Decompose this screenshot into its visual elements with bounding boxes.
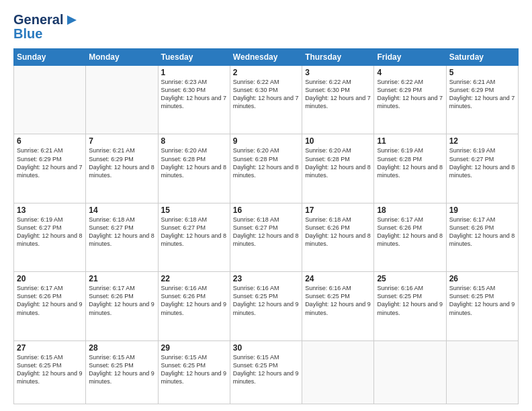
day-info: Sunrise: 6:19 AM Sunset: 6:27 PM Dayligh… xyxy=(17,216,83,248)
calendar-cell: 30Sunrise: 6:15 AM Sunset: 6:25 PM Dayli… xyxy=(230,340,302,404)
day-info: Sunrise: 6:21 AM Sunset: 6:29 PM Dayligh… xyxy=(17,146,83,179)
day-info: Sunrise: 6:22 AM Sunset: 6:29 PM Dayligh… xyxy=(377,78,443,111)
day-info: Sunrise: 6:20 AM Sunset: 6:28 PM Dayligh… xyxy=(305,146,371,179)
calendar-cell: 28Sunrise: 6:15 AM Sunset: 6:25 PM Dayli… xyxy=(86,340,158,404)
day-info: Sunrise: 6:15 AM Sunset: 6:25 PM Dayligh… xyxy=(161,353,227,386)
calendar-week-row: 6Sunrise: 6:21 AM Sunset: 6:29 PM Daylig… xyxy=(14,134,519,203)
day-info: Sunrise: 6:18 AM Sunset: 6:27 PM Dayligh… xyxy=(89,216,154,248)
calendar-week-row: 13Sunrise: 6:19 AM Sunset: 6:27 PM Dayli… xyxy=(14,203,519,271)
calendar-cell: 12Sunrise: 6:19 AM Sunset: 6:27 PM Dayli… xyxy=(446,134,518,203)
day-number: 4 xyxy=(377,68,443,77)
calendar-header-wednesday: Wednesday xyxy=(230,49,302,66)
day-number: 24 xyxy=(305,274,371,283)
day-info: Sunrise: 6:16 AM Sunset: 6:26 PM Dayligh… xyxy=(161,284,227,317)
day-info: Sunrise: 6:19 AM Sunset: 6:27 PM Dayligh… xyxy=(449,146,515,179)
day-number: 27 xyxy=(17,343,83,353)
day-info: Sunrise: 6:15 AM Sunset: 6:25 PM Dayligh… xyxy=(89,353,154,386)
day-number: 19 xyxy=(449,205,515,215)
logo-arrow-icon xyxy=(64,13,79,28)
day-info: Sunrise: 6:20 AM Sunset: 6:28 PM Dayligh… xyxy=(161,146,227,179)
calendar-cell xyxy=(14,66,86,134)
calendar-cell: 25Sunrise: 6:16 AM Sunset: 6:25 PM Dayli… xyxy=(374,272,446,340)
calendar-header-thursday: Thursday xyxy=(302,49,374,66)
calendar-cell: 1Sunrise: 6:23 AM Sunset: 6:30 PM Daylig… xyxy=(158,66,230,134)
svg-marker-0 xyxy=(67,15,77,25)
calendar-cell: 19Sunrise: 6:17 AM Sunset: 6:26 PM Dayli… xyxy=(446,203,518,271)
calendar-cell: 29Sunrise: 6:15 AM Sunset: 6:25 PM Dayli… xyxy=(158,340,230,404)
day-number: 18 xyxy=(377,205,443,215)
calendar-header-sunday: Sunday xyxy=(14,49,86,66)
day-info: Sunrise: 6:15 AM Sunset: 6:25 PM Dayligh… xyxy=(17,353,83,386)
calendar-cell: 10Sunrise: 6:20 AM Sunset: 6:28 PM Dayli… xyxy=(302,134,374,203)
day-number: 21 xyxy=(89,274,154,283)
day-info: Sunrise: 6:17 AM Sunset: 6:26 PM Dayligh… xyxy=(449,216,515,248)
calendar-cell: 8Sunrise: 6:20 AM Sunset: 6:28 PM Daylig… xyxy=(158,134,230,203)
day-info: Sunrise: 6:22 AM Sunset: 6:30 PM Dayligh… xyxy=(233,78,299,111)
day-number: 23 xyxy=(233,274,299,283)
calendar-cell: 6Sunrise: 6:21 AM Sunset: 6:29 PM Daylig… xyxy=(14,134,86,203)
calendar-header-saturday: Saturday xyxy=(446,49,518,66)
day-info: Sunrise: 6:20 AM Sunset: 6:28 PM Dayligh… xyxy=(233,146,299,179)
day-number: 15 xyxy=(161,205,227,215)
calendar-header-row: SundayMondayTuesdayWednesdayThursdayFrid… xyxy=(14,49,519,66)
page: General Blue SundayMondayTuesdayWednesda… xyxy=(0,0,532,411)
calendar-week-row: 27Sunrise: 6:15 AM Sunset: 6:25 PM Dayli… xyxy=(14,340,519,404)
calendar-cell: 23Sunrise: 6:16 AM Sunset: 6:25 PM Dayli… xyxy=(230,272,302,340)
day-number: 11 xyxy=(377,136,443,146)
calendar-cell: 11Sunrise: 6:19 AM Sunset: 6:28 PM Dayli… xyxy=(374,134,446,203)
calendar-header-monday: Monday xyxy=(86,49,158,66)
calendar-cell xyxy=(302,340,374,404)
calendar-cell: 16Sunrise: 6:18 AM Sunset: 6:27 PM Dayli… xyxy=(230,203,302,271)
calendar-header-friday: Friday xyxy=(374,49,446,66)
day-number: 22 xyxy=(161,274,227,283)
day-number: 28 xyxy=(89,343,154,353)
day-number: 30 xyxy=(233,343,299,353)
logo: General Blue xyxy=(13,12,79,42)
day-number: 7 xyxy=(89,136,154,146)
calendar-cell xyxy=(86,66,158,134)
day-info: Sunrise: 6:17 AM Sunset: 6:26 PM Dayligh… xyxy=(377,216,443,248)
calendar-cell: 13Sunrise: 6:19 AM Sunset: 6:27 PM Dayli… xyxy=(14,203,86,271)
calendar-cell xyxy=(446,340,518,404)
day-number: 10 xyxy=(305,136,371,146)
logo-container: General Blue xyxy=(13,12,79,42)
calendar-cell xyxy=(374,340,446,404)
day-info: Sunrise: 6:18 AM Sunset: 6:27 PM Dayligh… xyxy=(233,216,299,248)
calendar-cell: 7Sunrise: 6:21 AM Sunset: 6:29 PM Daylig… xyxy=(86,134,158,203)
calendar-cell: 22Sunrise: 6:16 AM Sunset: 6:26 PM Dayli… xyxy=(158,272,230,340)
calendar-cell: 26Sunrise: 6:15 AM Sunset: 6:25 PM Dayli… xyxy=(446,272,518,340)
day-number: 26 xyxy=(449,274,515,283)
day-number: 16 xyxy=(233,205,299,215)
calendar-cell: 3Sunrise: 6:22 AM Sunset: 6:30 PM Daylig… xyxy=(302,66,374,134)
day-info: Sunrise: 6:16 AM Sunset: 6:25 PM Dayligh… xyxy=(233,284,299,317)
calendar-cell: 18Sunrise: 6:17 AM Sunset: 6:26 PM Dayli… xyxy=(374,203,446,271)
day-number: 12 xyxy=(449,136,515,146)
day-number: 25 xyxy=(377,274,443,283)
day-number: 9 xyxy=(233,136,299,146)
calendar-table: SundayMondayTuesdayWednesdayThursdayFrid… xyxy=(13,48,519,404)
day-info: Sunrise: 6:22 AM Sunset: 6:30 PM Dayligh… xyxy=(305,78,371,111)
day-info: Sunrise: 6:23 AM Sunset: 6:30 PM Dayligh… xyxy=(161,78,227,111)
day-info: Sunrise: 6:16 AM Sunset: 6:25 PM Dayligh… xyxy=(377,284,443,317)
day-info: Sunrise: 6:15 AM Sunset: 6:25 PM Dayligh… xyxy=(449,284,515,317)
day-number: 20 xyxy=(17,274,83,283)
calendar-cell: 2Sunrise: 6:22 AM Sunset: 6:30 PM Daylig… xyxy=(230,66,302,134)
day-info: Sunrise: 6:17 AM Sunset: 6:26 PM Dayligh… xyxy=(17,284,83,317)
day-info: Sunrise: 6:16 AM Sunset: 6:25 PM Dayligh… xyxy=(305,284,371,317)
day-info: Sunrise: 6:19 AM Sunset: 6:28 PM Dayligh… xyxy=(377,146,443,179)
calendar-cell: 5Sunrise: 6:21 AM Sunset: 6:29 PM Daylig… xyxy=(446,66,518,134)
day-number: 2 xyxy=(233,68,299,77)
calendar-cell: 14Sunrise: 6:18 AM Sunset: 6:27 PM Dayli… xyxy=(86,203,158,271)
day-number: 3 xyxy=(305,68,371,77)
day-number: 8 xyxy=(161,136,227,146)
day-info: Sunrise: 6:18 AM Sunset: 6:26 PM Dayligh… xyxy=(305,216,371,248)
calendar-cell: 17Sunrise: 6:18 AM Sunset: 6:26 PM Dayli… xyxy=(302,203,374,271)
logo-blue: Blue xyxy=(13,26,79,42)
calendar-cell: 4Sunrise: 6:22 AM Sunset: 6:29 PM Daylig… xyxy=(374,66,446,134)
day-info: Sunrise: 6:21 AM Sunset: 6:29 PM Dayligh… xyxy=(449,78,515,111)
calendar-cell: 20Sunrise: 6:17 AM Sunset: 6:26 PM Dayli… xyxy=(14,272,86,340)
day-info: Sunrise: 6:18 AM Sunset: 6:27 PM Dayligh… xyxy=(161,216,227,248)
calendar-cell: 24Sunrise: 6:16 AM Sunset: 6:25 PM Dayli… xyxy=(302,272,374,340)
day-info: Sunrise: 6:21 AM Sunset: 6:29 PM Dayligh… xyxy=(89,146,154,179)
calendar-header-tuesday: Tuesday xyxy=(158,49,230,66)
